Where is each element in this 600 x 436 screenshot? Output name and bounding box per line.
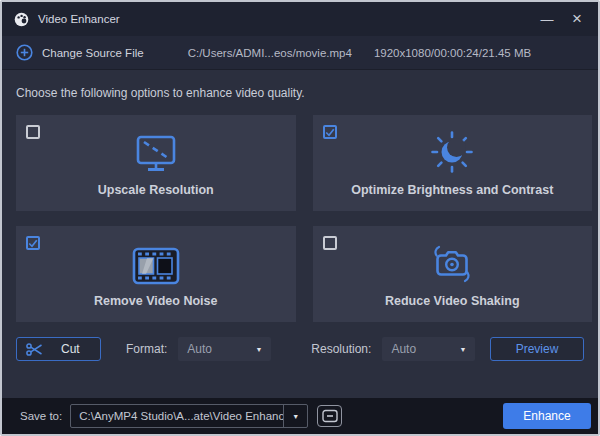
monitor-icon [132, 130, 180, 174]
cut-button[interactable]: Cut [16, 337, 101, 361]
enhance-button[interactable]: Enhance [503, 403, 591, 429]
close-icon[interactable]: × [564, 7, 590, 31]
format-dropdown[interactable]: Auto ▼ [178, 337, 271, 361]
resolution-dropdown[interactable]: Auto ▼ [382, 337, 475, 361]
option-cards: Upscale Resolution [16, 115, 592, 322]
save-to-label: Save to: [20, 410, 62, 422]
instruction-text: Choose the following options to enhance … [16, 86, 584, 100]
video-enhancer-window: Video Enhancer — × Change Source File C:… [0, 0, 600, 436]
change-source-file-button[interactable]: Change Source File [42, 47, 144, 59]
card-label: Remove Video Noise [94, 294, 217, 308]
reduce-shaking-checkbox[interactable] [323, 236, 337, 250]
brightness-icon [430, 130, 474, 174]
format-value: Auto [187, 342, 212, 356]
save-path-value: C:\AnyMP4 Studio\A...ate\Video Enhancer [71, 410, 283, 422]
main-panel: Choose the following options to enhance … [2, 70, 598, 434]
option-card-upscale-resolution[interactable]: Upscale Resolution [16, 115, 296, 211]
filmstrip-icon [132, 241, 180, 285]
chevron-down-icon: ▼ [292, 413, 299, 420]
resolution-label: Resolution: [311, 342, 371, 356]
option-card-remove-noise[interactable]: Remove Video Noise [16, 226, 296, 322]
optimize-brightness-checkbox[interactable] [323, 125, 337, 139]
resolution-value: Auto [391, 342, 416, 356]
camera-shake-icon [428, 241, 476, 285]
format-label: Format: [126, 342, 167, 356]
card-label: Optimize Brightness and Contrast [351, 183, 553, 197]
source-file-path: C:/Users/ADMI...eos/movie.mp4 [188, 47, 352, 59]
upscale-resolution-checkbox[interactable] [26, 125, 40, 139]
save-path-dropdown[interactable]: ▼ [284, 413, 307, 420]
folder-icon [322, 409, 338, 423]
titlebar: Video Enhancer — × [2, 2, 598, 36]
preview-button[interactable]: Preview [490, 337, 584, 361]
chevron-down-icon: ▼ [459, 346, 466, 353]
remove-noise-checkbox[interactable] [26, 236, 40, 250]
source-file-bar: Change Source File C:/Users/ADMI...eos/m… [2, 36, 598, 70]
chevron-down-icon: ▼ [255, 346, 262, 353]
option-card-reduce-shaking[interactable]: Reduce Video Shaking [313, 226, 593, 322]
card-label: Upscale Resolution [98, 183, 214, 197]
option-card-optimize-brightness[interactable]: Optimize Brightness and Contrast [313, 115, 593, 211]
add-source-icon[interactable] [16, 44, 33, 61]
scissors-icon [26, 342, 43, 357]
cut-button-label: Cut [61, 342, 80, 356]
source-file-info: 1920x1080/00:00:24/21.45 MB [374, 47, 531, 59]
save-path-field[interactable]: C:\AnyMP4 Studio\A...ate\Video Enhancer … [70, 404, 308, 428]
browse-folder-button[interactable] [317, 405, 342, 427]
footer-bar: Save to: C:\AnyMP4 Studio\A...ate\Video … [2, 398, 598, 434]
window-title: Video Enhancer [38, 13, 120, 25]
toolbar: Cut Format: Auto ▼ Resolution: Auto ▼ Pr… [16, 336, 584, 362]
app-palette-icon [14, 12, 29, 27]
card-label: Reduce Video Shaking [385, 294, 520, 308]
minimize-icon[interactable]: — [534, 7, 560, 31]
